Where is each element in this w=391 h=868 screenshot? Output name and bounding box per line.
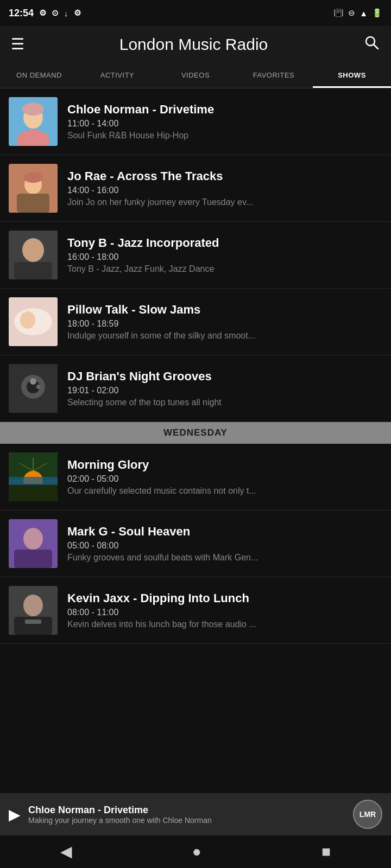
bottom-nav: ◀ ● ■ bbox=[0, 837, 391, 868]
svg-point-9 bbox=[23, 172, 43, 183]
show-name: Morning Glory bbox=[67, 458, 382, 472]
show-time: 05:00 - 08:00 bbox=[67, 541, 382, 551]
show-desc: Soul Funk R&B House Hip-Hop bbox=[67, 131, 328, 141]
tab-on-demand[interactable]: ON DEMAND bbox=[0, 62, 78, 88]
show-desc: Kevin delves into his lunch bag for thos… bbox=[67, 620, 328, 629]
show-name: Tony B - Jazz Incorporated bbox=[67, 236, 382, 250]
tab-videos[interactable]: VIDEOS bbox=[156, 62, 235, 88]
show-time: 19:01 - 02:00 bbox=[67, 386, 382, 395]
menu-button[interactable]: ☰ bbox=[11, 35, 24, 53]
back-button[interactable]: ◀ bbox=[60, 843, 72, 860]
show-desc: Selecting some of the top tunes all nigh… bbox=[67, 398, 328, 407]
show-list: Chloe Norman - Drivetime 11:00 - 14:00 S… bbox=[0, 88, 391, 714]
show-thumbnail bbox=[9, 297, 58, 346]
show-time: 14:00 - 16:00 bbox=[67, 186, 382, 195]
svg-point-11 bbox=[22, 238, 44, 262]
show-info: Kevin Jaxx - Dipping Into Lunch 08:00 - … bbox=[67, 591, 382, 629]
svg-rect-8 bbox=[17, 194, 49, 213]
show-desc: Funky grooves and soulful beats with Mar… bbox=[67, 553, 328, 563]
list-item[interactable]: Tony B - Jazz Incorporated 16:00 - 18:00… bbox=[0, 222, 391, 289]
svg-point-19 bbox=[30, 378, 36, 385]
tab-bar: ON DEMAND ACTIVITY VIDEOS FAVORITES SHOW… bbox=[0, 62, 391, 88]
show-time: 16:00 - 18:00 bbox=[67, 252, 382, 262]
show-name: Mark G - Soul Heaven bbox=[67, 525, 382, 539]
now-playing-info: Chloe Norman - Drivetime Making your jou… bbox=[28, 805, 345, 825]
show-desc: Indulge yourself in some of the silky an… bbox=[67, 331, 328, 341]
show-info: Chloe Norman - Drivetime 11:00 - 14:00 S… bbox=[67, 103, 382, 141]
status-right: 📳 ⊖ ▲ 🔋 bbox=[333, 8, 382, 18]
show-info: Pillow Talk - Slow Jams 18:00 - 18:59 In… bbox=[67, 303, 382, 341]
show-name: Jo Rae - Across The Tracks bbox=[67, 169, 382, 183]
show-time: 18:00 - 18:59 bbox=[67, 319, 382, 329]
search-button[interactable] bbox=[363, 34, 380, 55]
svg-rect-28 bbox=[9, 477, 58, 485]
svg-rect-34 bbox=[14, 617, 52, 635]
show-info: Mark G - Soul Heaven 05:00 - 08:00 Funky… bbox=[67, 525, 382, 563]
show-info: Jo Rae - Across The Tracks 14:00 - 16:00… bbox=[67, 169, 382, 207]
lmr-logo: LMR bbox=[353, 800, 382, 829]
show-info: DJ Brian's Night Grooves 19:01 - 02:00 S… bbox=[67, 369, 382, 407]
wifi-icon: ▲ bbox=[360, 9, 368, 18]
home-button[interactable]: ● bbox=[192, 843, 201, 860]
show-desc: Tony B - Jazz, Jazz Funk, Jazz Dance bbox=[67, 264, 328, 274]
battery-icon: 🔋 bbox=[372, 8, 382, 18]
tab-activity[interactable]: ACTIVITY bbox=[78, 62, 156, 88]
status-time: 12:54 bbox=[9, 8, 34, 19]
vibrate-icon: 📳 bbox=[333, 8, 344, 18]
show-info: Morning Glory 02:00 - 05:00 Our carefull… bbox=[67, 458, 382, 496]
svg-line-1 bbox=[374, 44, 378, 49]
show-time: 02:00 - 05:00 bbox=[67, 474, 382, 484]
show-time: 11:00 - 14:00 bbox=[67, 119, 382, 129]
settings-icon: ⚙ bbox=[39, 8, 46, 18]
now-playing-title: Chloe Norman - Drivetime bbox=[28, 805, 345, 816]
show-name: Pillow Talk - Slow Jams bbox=[67, 303, 382, 317]
status-left: 12:54 ⚙ ⊙ ↓ ⚙ bbox=[9, 8, 81, 19]
show-thumbnail bbox=[9, 364, 58, 413]
show-thumbnail bbox=[9, 519, 58, 568]
show-thumbnail bbox=[9, 452, 58, 501]
list-item[interactable]: Kevin Jaxx - Dipping Into Lunch 08:00 - … bbox=[0, 577, 391, 644]
now-playing-bar: ▶ Chloe Norman - Drivetime Making your j… bbox=[0, 793, 391, 835]
header: ☰ London Music Radio bbox=[0, 26, 391, 62]
svg-point-30 bbox=[23, 528, 43, 550]
day-separator: WEDNESDAY bbox=[0, 422, 391, 444]
show-name: DJ Brian's Night Grooves bbox=[67, 369, 382, 384]
svg-point-5 bbox=[22, 103, 44, 116]
svg-point-15 bbox=[20, 311, 35, 329]
svg-rect-12 bbox=[14, 262, 52, 279]
play-button[interactable]: ▶ bbox=[9, 806, 21, 824]
show-time: 08:00 - 11:00 bbox=[67, 608, 382, 617]
list-item[interactable]: Morning Glory 02:00 - 05:00 Our carefull… bbox=[0, 444, 391, 510]
svg-rect-24 bbox=[9, 484, 58, 501]
list-item[interactable]: Chloe Norman - Drivetime 11:00 - 14:00 S… bbox=[0, 88, 391, 155]
list-item[interactable]: Jo Rae - Across The Tracks 14:00 - 16:00… bbox=[0, 155, 391, 222]
gear2-icon: ⚙ bbox=[74, 8, 81, 18]
now-playing-subtitle: Making your journey a smooth one with Ch… bbox=[28, 816, 345, 825]
show-desc: Join Jo on her funky journey every Tuesd… bbox=[67, 197, 328, 207]
show-thumbnail bbox=[9, 231, 58, 279]
list-item[interactable]: Pillow Talk - Slow Jams 18:00 - 18:59 In… bbox=[0, 289, 391, 355]
tab-shows[interactable]: SHOWS bbox=[313, 62, 391, 88]
svg-point-20 bbox=[36, 385, 41, 389]
minus-icon: ⊖ bbox=[348, 8, 355, 18]
show-thumbnail bbox=[9, 164, 58, 213]
show-name: Chloe Norman - Drivetime bbox=[67, 103, 382, 117]
status-bar: 12:54 ⚙ ⊙ ↓ ⚙ 📳 ⊖ ▲ 🔋 bbox=[0, 0, 391, 26]
show-info: Tony B - Jazz Incorporated 16:00 - 18:00… bbox=[67, 236, 382, 274]
app-title: London Music Radio bbox=[119, 35, 268, 54]
show-thumbnail bbox=[9, 586, 58, 635]
svg-rect-35 bbox=[25, 620, 41, 624]
list-item[interactable]: Mark G - Soul Heaven 05:00 - 08:00 Funky… bbox=[0, 510, 391, 577]
show-thumbnail bbox=[9, 97, 58, 146]
tab-favorites[interactable]: FAVORITES bbox=[235, 62, 313, 88]
list-item[interactable]: DJ Brian's Night Grooves 19:01 - 02:00 S… bbox=[0, 355, 391, 422]
svg-point-33 bbox=[23, 595, 43, 616]
stop-button[interactable]: ■ bbox=[321, 843, 331, 860]
record-icon: ⊙ bbox=[52, 8, 59, 18]
show-name: Kevin Jaxx - Dipping Into Lunch bbox=[67, 591, 382, 605]
show-desc: Our carefully selected music contains no… bbox=[67, 486, 328, 496]
download-icon: ↓ bbox=[64, 9, 68, 18]
svg-rect-31 bbox=[14, 550, 52, 568]
